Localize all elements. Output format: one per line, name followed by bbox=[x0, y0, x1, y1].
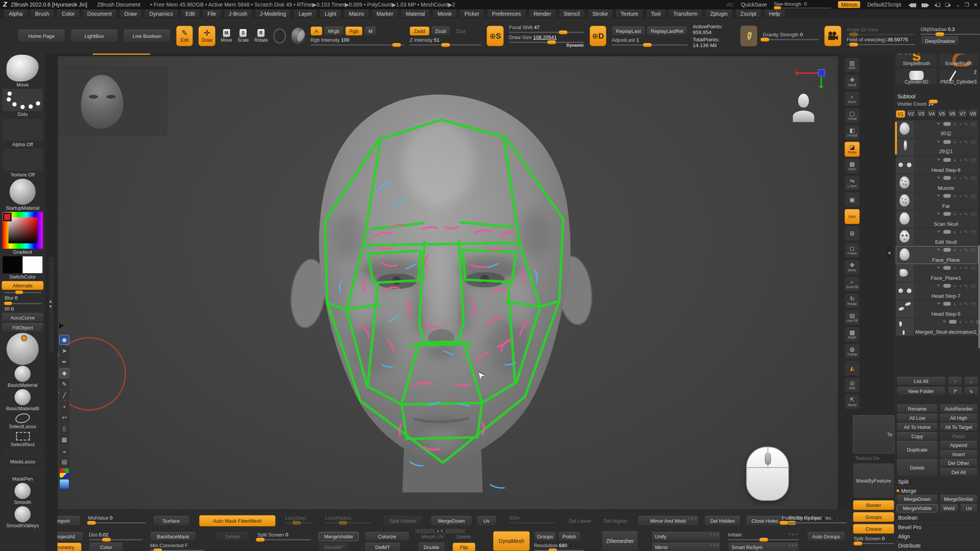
polypaint-icon[interactable] bbox=[943, 212, 951, 216]
list-arrow-icon[interactable] bbox=[937, 159, 941, 163]
uv-map-icon[interactable] bbox=[954, 212, 956, 216]
float-left-icon[interactable]: ◂❏ bbox=[934, 2, 939, 8]
polish-by-groups-slider[interactable]: Polish By Groups bbox=[782, 515, 838, 523]
uv-map-icon[interactable] bbox=[954, 284, 956, 288]
left-tray-item[interactable]: FillObject bbox=[2, 323, 44, 332]
left-tray-item[interactable]: AccuCurve bbox=[2, 313, 44, 322]
left-tray-item[interactable]: SwitchColor bbox=[2, 256, 44, 280]
storemt-button[interactable]: StoreMT bbox=[318, 543, 349, 551]
tool-slot[interactable]: Cylinder3D bbox=[896, 68, 937, 85]
subtool-version-tab[interactable]: V4 bbox=[927, 110, 936, 118]
morph-uv-button[interactable]: Morph UV bbox=[418, 532, 448, 541]
texture-thumbnail[interactable]: Te bbox=[853, 415, 894, 453]
edit-button[interactable]: ✎ Edit bbox=[176, 26, 193, 46]
left-tray-item[interactable]: BasicMaterial bbox=[2, 366, 44, 388]
palette-icon[interactable] bbox=[59, 468, 69, 478]
projector-icon[interactable]: ◒ bbox=[59, 446, 69, 456]
left-tray-item[interactable] bbox=[2, 333, 44, 365]
delete-button[interactable]: Delete bbox=[897, 459, 938, 476]
auto-mask-fibermesh-button[interactable]: Auto Mask FiberMesh bbox=[199, 515, 276, 527]
visibility-eye-icon[interactable] bbox=[970, 122, 977, 126]
flip-button[interactable]: Flip bbox=[452, 543, 475, 551]
polypaint-icon[interactable] bbox=[943, 122, 951, 126]
home-page-button[interactable]: Home Page bbox=[18, 29, 65, 42]
gradient-icon[interactable] bbox=[59, 479, 69, 489]
menu-item[interactable]: Stencil bbox=[559, 10, 585, 18]
menu-item[interactable]: Color bbox=[57, 10, 79, 18]
menu-item[interactable]: Edit bbox=[181, 10, 200, 18]
rotate-button[interactable]: R Rotate bbox=[254, 29, 268, 43]
scroll-icon[interactable]: ✥ Scroll bbox=[844, 74, 860, 90]
merge-section[interactable]: Merge bbox=[896, 486, 978, 495]
subtool-row[interactable]: 29강1 bbox=[896, 138, 978, 156]
mask-by-feature-button[interactable]: MaskByFeature bbox=[853, 463, 894, 498]
inflate-slider[interactable]: Inflate bbox=[728, 532, 799, 540]
merge-down-bottom-button[interactable]: MergeDown bbox=[431, 516, 472, 526]
colorize-button[interactable]: Colorize bbox=[364, 532, 410, 541]
rotate-3d-icon[interactable]: ↻ Rotate bbox=[844, 293, 860, 308]
draw-size-slider[interactable]: Draw Size 108.20541 Dynamic bbox=[509, 34, 584, 47]
weld-button[interactable]: Weld bbox=[939, 504, 959, 512]
displacement-icon[interactable] bbox=[959, 302, 962, 306]
subtool-row[interactable]: Scan Skull bbox=[896, 210, 978, 228]
list-all-button[interactable]: List All bbox=[897, 377, 946, 385]
solo-icon[interactable]: ◎ Solo bbox=[844, 377, 860, 393]
displacement-icon[interactable] bbox=[959, 194, 962, 198]
polish-groups-dot[interactable] bbox=[822, 517, 825, 520]
split-section[interactable]: Split bbox=[896, 477, 978, 486]
minimize-icon[interactable]: ⌄ bbox=[956, 2, 959, 8]
adjust-last-slider[interactable]: AdjustLast 1 bbox=[612, 37, 688, 46]
left-tray-item[interactable]: SelectRect bbox=[2, 430, 44, 448]
menu-item[interactable]: Marker bbox=[372, 10, 399, 18]
menu-item[interactable]: Preferences bbox=[487, 10, 526, 18]
paste-button[interactable]: Paste bbox=[939, 432, 978, 440]
pen-icon[interactable]: ✒ bbox=[59, 357, 69, 367]
uv-map-icon[interactable] bbox=[954, 158, 956, 162]
perspective-icon[interactable]: ◪ Persp bbox=[844, 142, 860, 157]
polypaint-icon[interactable] bbox=[943, 176, 951, 180]
visibility-eye-icon[interactable] bbox=[970, 194, 977, 198]
menu-item[interactable]: Light bbox=[320, 10, 341, 18]
left-tray-gutter[interactable]: ▲▼ bbox=[45, 54, 57, 551]
angle-of-view-slider[interactable]: Angle Of View bbox=[847, 27, 915, 35]
displacement-icon[interactable] bbox=[959, 230, 962, 234]
list-arrow-icon[interactable] bbox=[937, 267, 941, 271]
del-higher-button[interactable]: Del Higher bbox=[599, 516, 632, 526]
all-to-target-button[interactable]: All To Target bbox=[939, 423, 978, 431]
merge-down-button[interactable]: MergeDown bbox=[897, 495, 938, 503]
paint-brush-icon[interactable] bbox=[964, 122, 968, 127]
polypaint-icon[interactable] bbox=[943, 158, 951, 162]
quicksave-button[interactable]: QuickSave bbox=[741, 2, 767, 8]
list-arrow-icon[interactable] bbox=[937, 177, 941, 181]
menu-item[interactable]: Transform bbox=[668, 10, 702, 18]
subtool-version-tab[interactable]: V3 bbox=[916, 110, 926, 118]
polypaint-icon[interactable] bbox=[943, 230, 951, 234]
visibility-eye-icon[interactable] bbox=[970, 248, 977, 252]
subtool-row[interactable]: Muscle bbox=[896, 174, 978, 192]
subtool-row[interactable]: Head Step-7 bbox=[896, 282, 978, 300]
replay-brush-button[interactable]: ⊕D bbox=[590, 26, 606, 46]
crease-button[interactable]: Crease bbox=[853, 524, 894, 534]
see-through-slider[interactable]: See-through 0 bbox=[774, 1, 831, 8]
uv-map-icon[interactable] bbox=[954, 266, 956, 270]
visibility-eye-icon[interactable] bbox=[970, 176, 977, 180]
all-high-button[interactable]: All High bbox=[939, 414, 978, 422]
folder-down-button[interactable]: ↳ bbox=[964, 387, 978, 395]
camera-bust-icon[interactable] bbox=[793, 94, 814, 122]
ruler-icon[interactable]: ╱ bbox=[59, 390, 69, 400]
subtool-version-tab[interactable]: V2 bbox=[906, 110, 916, 118]
smart-resym-button[interactable]: Smart ReSym bbox=[728, 543, 799, 551]
menu-item[interactable]: Render bbox=[529, 10, 556, 18]
visibility-eye-icon[interactable] bbox=[970, 140, 977, 144]
polypaint-icon[interactable] bbox=[943, 140, 951, 144]
zoom-icon[interactable]: ⌕ Zoom bbox=[844, 91, 860, 106]
close-icon[interactable]: ✕ bbox=[973, 2, 977, 8]
bevel-pro-section[interactable]: Bevel Pro bbox=[896, 523, 978, 531]
move-3d-icon[interactable]: ✥ Move bbox=[844, 259, 860, 275]
subtool-row[interactable]: 30강 bbox=[896, 120, 978, 138]
subtool-row[interactable]: Face_Plane1 bbox=[896, 264, 978, 282]
rgb-intensity-slider[interactable]: Rgb Intensity 100 bbox=[310, 37, 404, 46]
insert-button[interactable]: Insert bbox=[939, 450, 978, 458]
subtool-version-tab[interactable]: V1 bbox=[896, 110, 905, 118]
viewport-canvas[interactable]: ➤ ◉➤✒◈✎╱•↩▯▦◒▤ ➤ bbox=[57, 56, 838, 510]
